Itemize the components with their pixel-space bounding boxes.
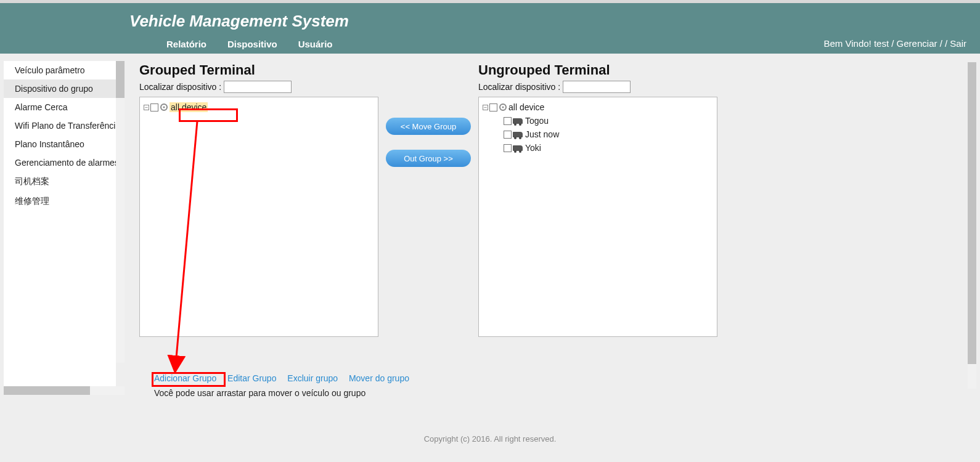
item-label[interactable]: Togou — [525, 116, 549, 126]
drag-hint: Você pode usar arrastar para mover o veí… — [154, 388, 365, 398]
edit-group-link[interactable]: Editar Grupo — [227, 373, 276, 383]
sidebar-item-maintenance[interactable]: 维修管理 — [4, 192, 116, 211]
sidebar-v-scroll-thumb[interactable] — [116, 61, 125, 98]
ungrouped-search-input[interactable] — [563, 81, 631, 93]
content-v-scrollbar[interactable] — [968, 62, 976, 389]
sidebar-item-wifi-plano[interactable]: Wifi Plano de Transferência — [4, 116, 116, 135]
welcome-prefix: Bem Vindo! test — [823, 38, 891, 49]
grouped-search-input[interactable] — [224, 81, 292, 93]
list-item[interactable]: Togou — [504, 115, 713, 127]
tree-collapse-icon[interactable]: − — [144, 105, 149, 110]
grouped-root-checkbox[interactable] — [150, 103, 158, 111]
gear-icon — [499, 103, 507, 111]
ungrouped-tree: − all device Togou — [478, 97, 717, 337]
header: Vehicle Management System Relatório Disp… — [0, 3, 980, 54]
svg-point-3 — [502, 107, 504, 108]
gear-icon — [160, 103, 168, 111]
sidebar-item-gerenciamento-alarmes[interactable]: Gerenciamento de alarmes — [4, 153, 116, 172]
footer: Copyright (c) 2016. All right reserved. — [0, 399, 980, 444]
item-checkbox[interactable] — [504, 117, 512, 125]
nav-dispositivo[interactable]: Dispositivo — [227, 39, 277, 49]
content: Grouped Terminal Localizar dispositivo :… — [128, 54, 980, 399]
group-actions: Adicionar Grupo Editar Grupo Excluir gru… — [154, 373, 418, 383]
content-v-scroll-thumb[interactable] — [968, 62, 976, 364]
sidebar-container: Veículo parâmetro Dispositivo do grupo A… — [0, 54, 128, 399]
welcome-text: Bem Vindo! test / Gerenciar / / Sair — [823, 38, 966, 49]
item-checkbox[interactable] — [504, 144, 512, 152]
grouped-panel: Grouped Terminal Localizar dispositivo :… — [139, 62, 378, 337]
ungrouped-title: Ungrouped Terminal — [478, 62, 717, 78]
move-group-button[interactable]: << Move Group — [386, 118, 471, 135]
delete-group-link[interactable]: Excluir grupo — [287, 373, 338, 383]
ungrouped-root-node[interactable]: − all device — [483, 101, 713, 113]
out-group-button[interactable]: Out Group >> — [386, 150, 471, 167]
app-title: Vehicle Management System — [129, 12, 349, 31]
ungrouped-search-label: Localizar dispositivo : — [478, 82, 563, 92]
item-checkbox[interactable] — [504, 131, 512, 139]
grouped-tree: − all device — [139, 97, 378, 337]
list-item[interactable]: Just now — [504, 128, 713, 140]
sidebar-item-veiculo-parametro[interactable]: Veículo parâmetro — [4, 61, 116, 79]
vehicle-icon — [513, 145, 523, 151]
nav-usuario[interactable]: Usuário — [298, 39, 333, 49]
grouped-title: Grouped Terminal — [139, 62, 378, 78]
move-group-link[interactable]: Mover do grupo — [349, 373, 409, 383]
svg-point-1 — [163, 107, 165, 108]
ungrouped-root-label[interactable]: all device — [508, 102, 544, 112]
grouped-search-label: Localizar dispositivo : — [139, 82, 224, 92]
sidebar-item-driver-files[interactable]: 司机档案 — [4, 172, 116, 192]
logout-link[interactable]: Sair — [950, 38, 966, 49]
item-label[interactable]: Yoki — [525, 143, 541, 153]
ungrouped-panel: Ungrouped Terminal Localizar dispositivo… — [478, 62, 717, 337]
grouped-root-label[interactable]: all device — [169, 102, 208, 112]
sidebar-item-plano-instantaneo[interactable]: Plano Instantâneo — [4, 135, 116, 153]
grouped-root-node[interactable]: − all device — [144, 101, 374, 113]
tree-collapse-icon[interactable]: − — [483, 105, 488, 110]
welcome-sep: / / — [940, 38, 950, 49]
add-group-link[interactable]: Adicionar Grupo — [154, 373, 216, 383]
nav-relatorio[interactable]: Relatório — [166, 39, 206, 49]
sidebar-h-scroll-thumb[interactable] — [4, 386, 90, 395]
sidebar-item-alarme-cerca[interactable]: Alarme Cerca — [4, 98, 116, 116]
vehicle-icon — [513, 118, 523, 124]
sidebar: Veículo parâmetro Dispositivo do grupo A… — [4, 61, 116, 387]
manage-link[interactable]: Gerenciar — [897, 38, 937, 49]
main-nav: Relatório Dispositivo Usuário — [166, 39, 351, 49]
vehicle-icon — [513, 132, 523, 137]
sidebar-v-scrollbar[interactable] — [116, 61, 125, 363]
ungrouped-root-checkbox[interactable] — [489, 103, 497, 111]
item-label[interactable]: Just now — [525, 129, 559, 139]
sidebar-h-scrollbar[interactable] — [4, 386, 125, 395]
list-item[interactable]: Yoki — [504, 142, 713, 154]
move-buttons: << Move Group Out Group >> — [386, 62, 471, 337]
sidebar-item-dispositivo-do-grupo[interactable]: Dispositivo do grupo — [4, 79, 116, 98]
